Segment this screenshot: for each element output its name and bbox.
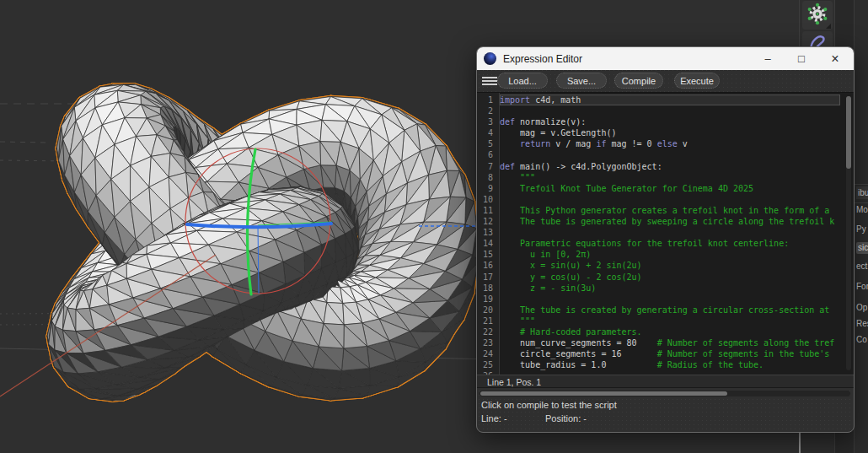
attribute-panel-label[interactable]: sic — [856, 242, 868, 254]
code-line[interactable]: 15 u in [0, 2π) — [477, 249, 854, 260]
editor-toolbar: Load... Save... Compile Execute — [477, 70, 854, 92]
code-line[interactable]: 4 mag = v.GetLength() — [477, 127, 854, 138]
vertical-scrollbar[interactable] — [846, 96, 851, 370]
gear-generator-icon — [802, 1, 833, 30]
attribute-panel-label[interactable]: ibu — [856, 186, 868, 199]
gear-generator-icon-button[interactable] — [802, 1, 833, 30]
cursor-status-bar: Line 1, Pos. 1 — [477, 375, 854, 388]
code-line[interactable]: 8 """ — [477, 172, 854, 183]
menu-icon[interactable] — [482, 77, 497, 87]
panel-splitter-handle[interactable] — [799, 430, 801, 453]
code-line[interactable]: 11 This Python generator creates a trefo… — [477, 205, 854, 216]
code-line[interactable]: 1import c4d, math — [477, 94, 854, 105]
footer-position-label: Position: - — [545, 413, 587, 423]
code-line[interactable]: 6 — [477, 149, 854, 160]
load-button[interactable]: Load... — [497, 73, 548, 89]
code-line[interactable]: 25 tube_radius = 1.0 # Radius of the tub… — [477, 359, 854, 370]
code-lines[interactable]: 1import c4d, math23def normalize(v):4 ma… — [477, 94, 854, 375]
save-button[interactable]: Save... — [556, 73, 607, 89]
attribute-panel-label[interactable]: For — [856, 282, 868, 291]
code-line[interactable]: 24 circle_segments = 16 # Number of segm… — [477, 348, 854, 359]
attribute-panel-label[interactable]: ect — [856, 262, 867, 271]
code-line[interactable]: 10 — [477, 194, 854, 205]
flyout-arrow-icon — [826, 24, 831, 29]
code-line[interactable]: 23 num_curve_segments = 80 # Number of s… — [477, 337, 854, 348]
window-title: Expression Editor — [503, 53, 582, 65]
window-titlebar[interactable]: Expression Editor – □ × — [477, 47, 854, 70]
code-line[interactable]: 18 z = - sin(3u) — [477, 283, 854, 294]
attribute-panel-label[interactable]: Mo — [856, 205, 868, 214]
execute-button[interactable]: Execute — [674, 73, 720, 89]
code-line[interactable]: 16 x = sin(u) + 2 sin(2u) — [477, 260, 854, 271]
code-editor-area[interactable]: 1import c4d, math23def normalize(v):4 ma… — [477, 92, 854, 375]
attribute-panel-label[interactable]: Py — [856, 224, 866, 234]
horizontal-scrollbar[interactable] — [480, 391, 850, 396]
close-icon[interactable]: × — [818, 47, 852, 70]
code-line[interactable]: 21 """ — [477, 315, 854, 326]
code-line[interactable]: 3def normalize(v): — [477, 116, 854, 127]
code-line[interactable]: 7def main() -> c4d.PolygonObject: — [477, 161, 854, 172]
attribute-manager-panel-clipped[interactable]: ibuMoPysicectForOpResCo — [854, 0, 868, 453]
attribute-panel-label[interactable]: Op — [856, 303, 867, 312]
code-line[interactable]: 17 y = cos(u) - 2 cos(2u) — [477, 272, 854, 283]
editor-footer: Line: - Position: - — [477, 413, 854, 427]
code-line[interactable]: 5 return v / mag if mag != 0 else v — [477, 138, 854, 149]
code-line[interactable]: 2 — [477, 105, 854, 116]
code-line[interactable]: 22 # Hard-coded parameters. — [477, 326, 854, 337]
code-line[interactable]: 14 Parametric equations for the trefoil … — [477, 238, 854, 249]
code-line[interactable]: 19 — [477, 294, 854, 305]
maximize-icon[interactable]: □ — [785, 47, 818, 70]
cinema4d-logo-icon — [484, 52, 496, 65]
code-line[interactable]: 20 The tube is created by generating a c… — [477, 305, 854, 315]
attribute-panel-label[interactable]: Co — [856, 335, 867, 344]
footer-line-label: Line: - — [481, 413, 507, 423]
code-line[interactable]: 12 The tube is generated by sweeping a c… — [477, 216, 854, 227]
vertical-scrollbar-thumb[interactable] — [846, 96, 851, 169]
minimize-icon[interactable]: – — [751, 47, 785, 70]
attribute-panel-label[interactable]: Res — [856, 319, 868, 328]
horizontal-scrollbar-thumb[interactable] — [480, 391, 727, 396]
compile-hint-text: Click on compile to test the script — [481, 400, 617, 410]
compile-button[interactable]: Compile — [614, 73, 663, 89]
expression-editor-window: Expression Editor – □ × Load... Save... … — [476, 46, 855, 433]
code-line[interactable]: 13 — [477, 227, 854, 238]
code-line[interactable]: 9 Trefoil Knot Tube Generator for Cinema… — [477, 183, 854, 194]
cinema4d-application: ibuMoPysicectForOpResCo Expression Edito… — [0, 0, 868, 453]
